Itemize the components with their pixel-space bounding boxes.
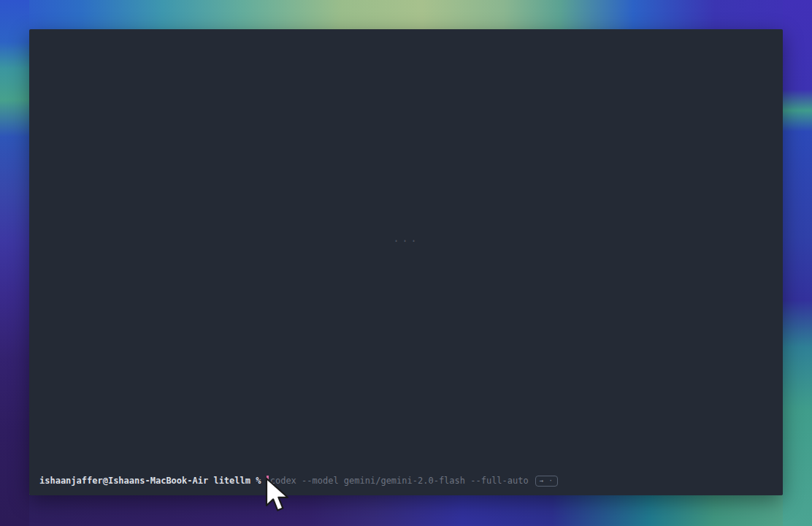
desktop: ··· ishaanjaffer@Ishaans-MacBook-Air lit… (0, 0, 812, 526)
wallpaper-top-edge (0, 0, 812, 29)
terminal-prompt-line[interactable]: ishaanjaffer@Ishaans-MacBook-Air litellm… (39, 475, 775, 487)
wallpaper-right-edge (783, 0, 812, 526)
wallpaper-left-edge (0, 0, 29, 526)
prompt-user-host: ishaanjaffer@Ishaans-MacBook-Air (39, 475, 208, 487)
command-suggestion-text: codex --model gemini/gemini-2.0-flash --… (270, 475, 529, 487)
prompt-symbol: % (256, 475, 261, 487)
terminal-window[interactable]: ··· ishaanjaffer@Ishaans-MacBook-Air lit… (29, 29, 783, 495)
terminal-output-area: ··· (29, 29, 783, 495)
prompt-separator (250, 475, 256, 487)
autosuggest-hint-badge: → · (535, 476, 558, 487)
prompt-separator (261, 475, 266, 487)
loading-ellipsis: ··· (393, 236, 419, 247)
wallpaper-bottom-edge (0, 495, 812, 526)
prompt-directory: litellm (213, 475, 250, 487)
prompt-separator (208, 475, 213, 487)
text-caret (267, 476, 269, 486)
